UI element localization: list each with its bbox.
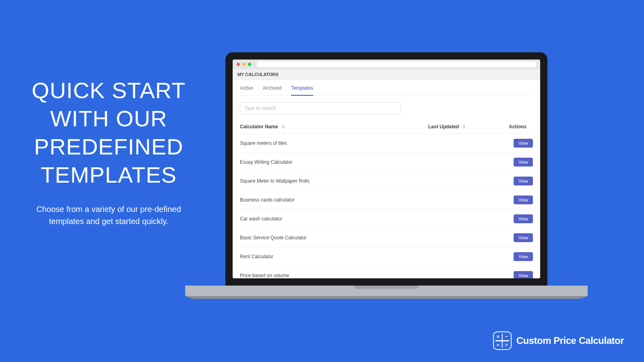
app-content: Active Archived Templates Calculator Nam… [233, 80, 540, 278]
row-name: Square Meter to Wallpaper Rolls [240, 178, 428, 184]
table-row: Basic Service Quote CalculatorView [240, 228, 533, 247]
row-actions: View [509, 214, 533, 223]
app-title: MY CALCULATORS [237, 72, 279, 77]
row-name: Price based on volume [240, 273, 428, 278]
table-row: Price based on volumeView [240, 266, 533, 278]
row-actions: View [509, 195, 533, 204]
url-bar[interactable] [257, 62, 536, 67]
row-name: Essay Writing Calculator [240, 159, 428, 165]
table-row: Square Meter to Wallpaper RollsView [240, 172, 533, 191]
table-row: Business cards calculatorView [240, 191, 533, 210]
logo-cell-multiply: × [494, 332, 502, 341]
sort-icon: ▲▼ [281, 124, 285, 129]
column-header-name[interactable]: Calculator Name ▲▼ [240, 124, 428, 130]
row-actions: View [509, 177, 533, 185]
row-actions: View [509, 139, 533, 148]
brand-name: Custom Price Calculator [516, 335, 624, 346]
row-name: Business cards calculator [240, 197, 428, 203]
brand-footer: × − + = Custom Price Calculator [493, 331, 624, 350]
table-row: Car wash calculatorView [240, 210, 533, 228]
search-wrap [240, 102, 533, 114]
search-input[interactable] [240, 102, 401, 114]
laptop-base [185, 286, 588, 296]
sort-icon: ▲▼ [462, 124, 466, 129]
window-maximize-icon[interactable] [248, 63, 251, 66]
hero-section: QUICK START WITH OUR PREDEFINED TEMPLATE… [20, 76, 197, 227]
tab-active[interactable]: Active [240, 85, 253, 95]
row-actions: View [509, 233, 533, 242]
tabs: Active Archived Templates [240, 85, 533, 96]
tab-templates[interactable]: Templates [291, 85, 313, 96]
logo-cell-plus: + [494, 341, 502, 349]
view-button[interactable]: View [514, 271, 533, 278]
table-body: Square meters of tilesViewEssay Writing … [240, 134, 533, 278]
logo-cell-equals: = [502, 341, 511, 349]
laptop-frame: MY CALCULATORS Active Archived Templates… [185, 52, 588, 300]
view-button[interactable]: View [514, 158, 533, 167]
row-name: Rent Calculator [240, 254, 428, 259]
table-header: Calculator Name ▲▼ Last Updated ▲▼ Actio… [240, 120, 533, 134]
row-actions: View [509, 158, 533, 167]
logo-cell-minus: − [502, 332, 511, 341]
browser-bar [233, 60, 540, 69]
row-name: Square meters of tiles [240, 140, 428, 146]
column-header-actions: Actions [509, 124, 533, 130]
row-name: Car wash calculator [240, 216, 428, 222]
laptop-screen: MY CALCULATORS Active Archived Templates… [225, 52, 547, 286]
view-button[interactable]: View [514, 233, 533, 242]
row-actions: View [509, 252, 533, 261]
row-name: Basic Service Quote Calculator [240, 235, 428, 241]
column-header-updated[interactable]: Last Updated ▲▼ [428, 124, 509, 130]
view-button[interactable]: View [514, 214, 533, 223]
view-button[interactable]: View [514, 252, 533, 261]
hero-title: QUICK START WITH OUR PREDEFINED TEMPLATE… [20, 76, 197, 189]
column-actions-label: Actions [509, 124, 526, 130]
view-button[interactable]: View [514, 177, 533, 185]
view-button[interactable]: View [514, 195, 533, 204]
calculator-icon: × − + = [493, 331, 512, 350]
table-row: Rent CalculatorView [240, 247, 533, 266]
window-minimize-icon[interactable] [242, 63, 246, 66]
table-row: Essay Writing CalculatorView [240, 153, 533, 172]
row-actions: View [509, 271, 533, 278]
hero-subtitle: Choose from a variety of our pre-defined… [20, 203, 197, 227]
app-header: MY CALCULATORS [233, 69, 540, 80]
window-close-icon[interactable] [237, 63, 240, 66]
screen-content: MY CALCULATORS Active Archived Templates… [233, 60, 540, 278]
laptop-foot [185, 296, 588, 299]
view-button[interactable]: View [514, 139, 533, 148]
column-name-label: Calculator Name [240, 124, 278, 130]
table-row: Square meters of tilesView [240, 134, 533, 153]
tab-archived[interactable]: Archived [263, 85, 282, 95]
column-updated-label: Last Updated [428, 124, 459, 130]
